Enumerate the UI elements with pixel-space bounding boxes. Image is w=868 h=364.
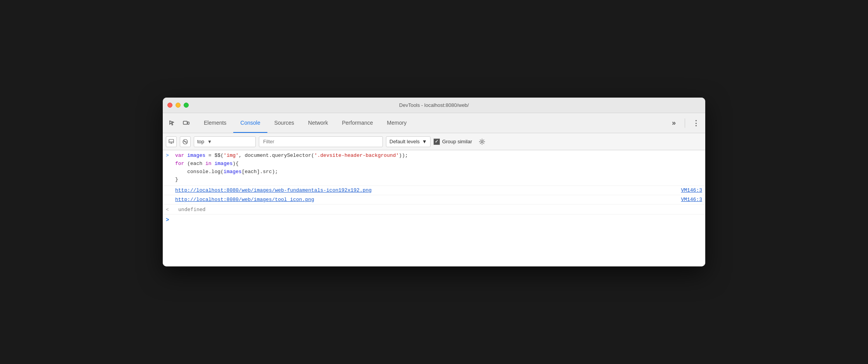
- undefined-value: undefined: [178, 206, 205, 212]
- toolbar-icons: [166, 117, 192, 129]
- inspect-element-button[interactable]: [166, 117, 178, 129]
- context-arrow-icon: ▼: [207, 139, 212, 144]
- tab-elements[interactable]: Elements: [197, 113, 233, 133]
- group-similar-checkbox[interactable]: ✓: [434, 139, 440, 145]
- show-drawer-button[interactable]: [166, 136, 177, 147]
- code-line-3: console.log(images[each].src);: [175, 168, 702, 176]
- tab-console[interactable]: Console: [233, 113, 267, 133]
- customize-menu-button[interactable]: ⋮: [690, 117, 702, 129]
- clear-console-button[interactable]: [180, 136, 191, 147]
- svg-rect-2: [169, 139, 174, 143]
- window-title: DevTools - localhost:8080/web/: [399, 102, 469, 108]
- output-link-1[interactable]: http://localhost:8080/web/images/web-fun…: [175, 187, 372, 193]
- console-settings-button[interactable]: [477, 136, 487, 147]
- new-prompt-icon: >: [166, 217, 169, 223]
- tab-memory[interactable]: Memory: [380, 113, 414, 133]
- code-line-1: var images = $$('img', document.querySel…: [175, 152, 702, 160]
- devtools-window: DevTools - localhost:8080/web/ Elements: [163, 98, 705, 266]
- filter-input[interactable]: [259, 136, 383, 147]
- vm-ref-1[interactable]: VM146:3: [681, 187, 702, 193]
- toolbar-end: » ⋮: [668, 117, 702, 129]
- tab-performance[interactable]: Performance: [335, 113, 380, 133]
- console-link-entry-1: http://localhost:8080/web/images/web-fun…: [163, 186, 705, 195]
- main-toolbar: Elements Console Sources Network Perform…: [163, 113, 705, 133]
- minimize-button[interactable]: [176, 103, 181, 108]
- default-levels-selector[interactable]: Default levels ▼: [386, 136, 431, 147]
- group-similar-control: ✓ Group similar: [434, 139, 472, 145]
- traffic-lights: [167, 103, 189, 108]
- code-line-4: }: [175, 176, 702, 184]
- output-link-2[interactable]: http://localhost:8080/web/images/tool_ic…: [175, 197, 314, 203]
- toolbar-divider: [685, 118, 685, 128]
- checkmark-icon: ✓: [435, 139, 438, 144]
- more-tabs-button[interactable]: »: [668, 117, 680, 129]
- result-prompt-icon: <: [166, 207, 172, 213]
- console-code-block: var images = $$('img', document.querySel…: [175, 152, 702, 184]
- context-selector[interactable]: top ▼: [194, 136, 256, 147]
- tabs-container: Elements Console Sources Network Perform…: [197, 113, 668, 133]
- svg-marker-4: [170, 143, 172, 144]
- svg-point-9: [481, 141, 483, 143]
- svg-rect-0: [183, 121, 187, 124]
- maximize-button[interactable]: [184, 103, 189, 108]
- vm-ref-2[interactable]: VM146:3: [681, 197, 702, 203]
- console-link-entry-2: http://localhost:8080/web/images/tool_ic…: [163, 195, 705, 204]
- default-levels-arrow-icon: ▼: [422, 139, 427, 144]
- tab-network[interactable]: Network: [301, 113, 335, 133]
- close-button[interactable]: [167, 103, 172, 108]
- device-toolbar-button[interactable]: [180, 117, 192, 129]
- console-undefined-entry: < undefined: [163, 204, 705, 215]
- console-content: > var images = $$('img', document.queryS…: [163, 150, 705, 266]
- titlebar: DevTools - localhost:8080/web/: [163, 98, 705, 113]
- tab-sources[interactable]: Sources: [267, 113, 301, 133]
- input-prompt-icon: >: [166, 153, 172, 158]
- console-input-row[interactable]: >: [163, 215, 705, 225]
- console-code-entry: > var images = $$('img', document.queryS…: [163, 150, 705, 186]
- svg-rect-1: [188, 122, 189, 124]
- code-line-2: for (each in images){: [175, 160, 702, 168]
- console-toolbar: top ▼ Default levels ▼ ✓ Group similar: [163, 133, 705, 150]
- group-similar-label: Group similar: [442, 139, 472, 144]
